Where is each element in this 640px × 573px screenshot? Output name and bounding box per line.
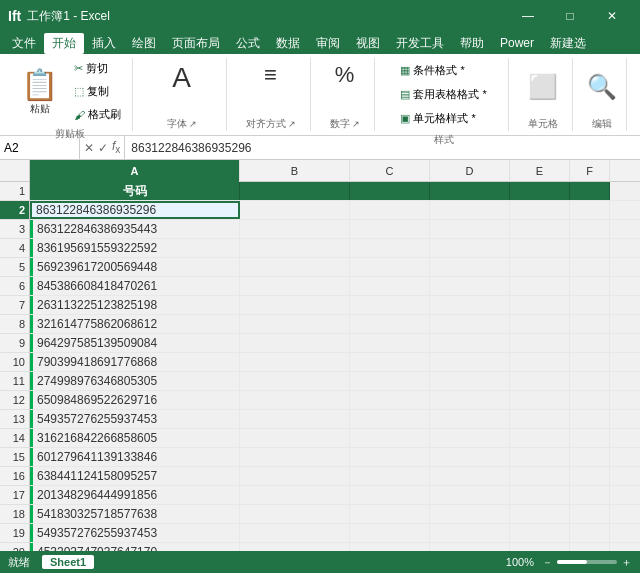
data-cell[interactable] bbox=[240, 410, 350, 428]
data-cell[interactable] bbox=[350, 277, 430, 295]
data-cell[interactable] bbox=[510, 524, 570, 542]
row-header-5[interactable]: 5 bbox=[0, 258, 29, 277]
data-cell[interactable]: 453203747937647170 bbox=[30, 543, 240, 551]
row-header-16[interactable]: 16 bbox=[0, 467, 29, 486]
data-cell[interactable] bbox=[570, 448, 610, 466]
data-cell[interactable] bbox=[570, 543, 610, 551]
zoom-slider[interactable]: － ＋ bbox=[542, 555, 632, 570]
row-header-10[interactable]: 10 bbox=[0, 353, 29, 372]
data-cell[interactable] bbox=[240, 277, 350, 295]
data-cell[interactable] bbox=[570, 372, 610, 390]
data-cell[interactable] bbox=[430, 486, 510, 504]
data-cell[interactable] bbox=[510, 315, 570, 333]
data-cell[interactable] bbox=[350, 391, 430, 409]
data-cell[interactable] bbox=[430, 391, 510, 409]
row-header-11[interactable]: 11 bbox=[0, 372, 29, 391]
data-cell[interactable] bbox=[430, 505, 510, 523]
menu-home[interactable]: 开始 bbox=[44, 33, 84, 54]
data-cell[interactable] bbox=[240, 524, 350, 542]
data-cell[interactable] bbox=[570, 277, 610, 295]
row-header-6[interactable]: 6 bbox=[0, 277, 29, 296]
data-cell[interactable] bbox=[430, 448, 510, 466]
row-header-8[interactable]: 8 bbox=[0, 315, 29, 334]
data-cell[interactable] bbox=[570, 353, 610, 371]
table-format-button[interactable]: ▤ 套用表格格式 * bbox=[395, 84, 491, 105]
menu-new[interactable]: 新建选 bbox=[542, 33, 594, 54]
header-cell-d[interactable] bbox=[430, 182, 510, 200]
col-header-a[interactable]: A bbox=[30, 160, 240, 182]
data-cell[interactable] bbox=[240, 353, 350, 371]
row-header-2[interactable]: 2 bbox=[0, 201, 29, 220]
data-cell[interactable] bbox=[510, 277, 570, 295]
menu-draw[interactable]: 绘图 bbox=[124, 33, 164, 54]
font-expand-icon[interactable]: ↗ bbox=[189, 119, 197, 129]
data-cell[interactable] bbox=[350, 505, 430, 523]
data-cell[interactable]: 263113225123825198 bbox=[30, 296, 240, 314]
data-cell[interactable] bbox=[350, 258, 430, 276]
col-header-e[interactable]: E bbox=[510, 160, 570, 182]
col-header-d[interactable]: D bbox=[430, 160, 510, 182]
data-cell[interactable] bbox=[240, 296, 350, 314]
data-cell[interactable] bbox=[430, 201, 510, 219]
data-cell[interactable] bbox=[570, 334, 610, 352]
data-cell[interactable]: 316216842266858605 bbox=[30, 429, 240, 447]
data-cell[interactable] bbox=[510, 505, 570, 523]
header-cell-a[interactable]: 号码 bbox=[30, 182, 240, 200]
data-cell[interactable] bbox=[240, 486, 350, 504]
row-header-19[interactable]: 19 bbox=[0, 524, 29, 543]
data-cell[interactable]: 845386608418470261 bbox=[30, 277, 240, 295]
header-cell-e[interactable] bbox=[510, 182, 570, 200]
col-header-f[interactable]: F bbox=[570, 160, 610, 182]
data-cell[interactable] bbox=[510, 239, 570, 257]
data-cell[interactable] bbox=[430, 524, 510, 542]
data-cell[interactable]: 569239617200569448 bbox=[30, 258, 240, 276]
data-cell[interactable] bbox=[350, 220, 430, 238]
row-header-15[interactable]: 15 bbox=[0, 448, 29, 467]
menu-page-layout[interactable]: 页面布局 bbox=[164, 33, 228, 54]
row-header-20[interactable]: 20 bbox=[0, 543, 29, 551]
data-cell[interactable] bbox=[570, 239, 610, 257]
data-cell[interactable] bbox=[570, 296, 610, 314]
data-cell[interactable]: 964297585139509084 bbox=[30, 334, 240, 352]
conditional-format-button[interactable]: ▦ 条件格式 * bbox=[395, 60, 469, 81]
data-cell[interactable] bbox=[430, 372, 510, 390]
data-cell[interactable] bbox=[570, 486, 610, 504]
header-cell-f[interactable] bbox=[570, 182, 610, 200]
data-cell[interactable] bbox=[510, 429, 570, 447]
menu-review[interactable]: 审阅 bbox=[308, 33, 348, 54]
data-cell[interactable] bbox=[430, 315, 510, 333]
formula-function-icon[interactable]: fx bbox=[112, 139, 120, 155]
data-cell[interactable] bbox=[350, 201, 430, 219]
data-cell[interactable] bbox=[240, 201, 350, 219]
header-cell-b[interactable] bbox=[240, 182, 350, 200]
data-cell[interactable] bbox=[240, 372, 350, 390]
data-cell[interactable] bbox=[510, 486, 570, 504]
menu-power[interactable]: Power bbox=[492, 34, 542, 52]
data-cell[interactable] bbox=[240, 334, 350, 352]
sheet-tab[interactable]: Sheet1 bbox=[42, 555, 94, 569]
maximize-button[interactable]: □ bbox=[550, 3, 590, 29]
data-cell[interactable]: 863122846386935443 bbox=[30, 220, 240, 238]
data-cell[interactable] bbox=[240, 258, 350, 276]
data-cell[interactable] bbox=[430, 334, 510, 352]
data-cell[interactable] bbox=[510, 448, 570, 466]
data-cell[interactable] bbox=[350, 334, 430, 352]
number-expand-icon[interactable]: ↗ bbox=[352, 119, 360, 129]
row-header-12[interactable]: 12 bbox=[0, 391, 29, 410]
close-button[interactable]: ✕ bbox=[592, 3, 632, 29]
menu-file[interactable]: 文件 bbox=[4, 33, 44, 54]
data-cell[interactable] bbox=[570, 315, 610, 333]
data-cell[interactable] bbox=[240, 448, 350, 466]
data-cell[interactable] bbox=[240, 239, 350, 257]
data-cell[interactable]: 274998976346805305 bbox=[30, 372, 240, 390]
data-cell[interactable]: 650984869522629716 bbox=[30, 391, 240, 409]
menu-help[interactable]: 帮助 bbox=[452, 33, 492, 54]
data-cell[interactable] bbox=[570, 391, 610, 409]
col-header-c[interactable]: C bbox=[350, 160, 430, 182]
cell-ref-input[interactable] bbox=[4, 141, 75, 155]
data-cell[interactable] bbox=[430, 258, 510, 276]
data-cell[interactable] bbox=[350, 372, 430, 390]
data-cell[interactable] bbox=[570, 505, 610, 523]
data-cell[interactable] bbox=[350, 486, 430, 504]
col-header-b[interactable]: B bbox=[240, 160, 350, 182]
